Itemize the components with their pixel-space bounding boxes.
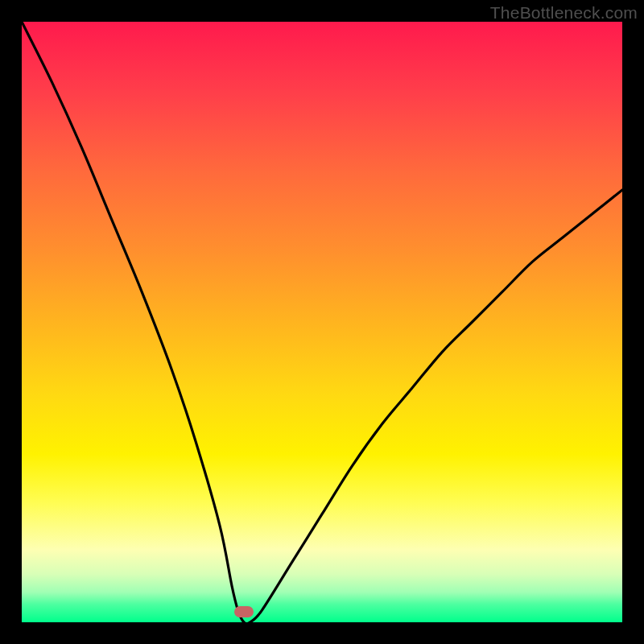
chart-frame: TheBottleneck.com xyxy=(0,0,644,644)
plot-area xyxy=(22,22,622,622)
bottleneck-curve xyxy=(22,22,622,622)
watermark-text: TheBottleneck.com xyxy=(490,3,638,23)
optimal-marker xyxy=(234,606,254,617)
